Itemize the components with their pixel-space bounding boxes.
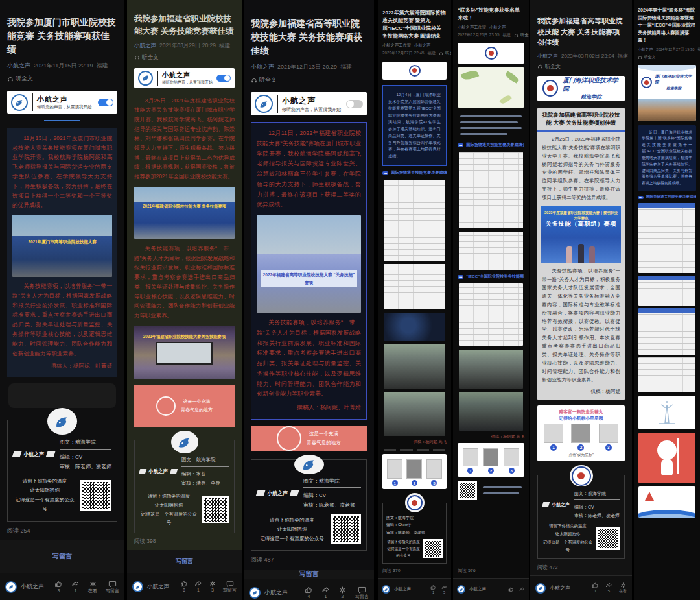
photo-caption-main: 关务技能（高职组）赛项 bbox=[544, 220, 618, 228]
award-ceremony-photo: 2021年福建省职业院校技能大赛关务技能赛项 bbox=[134, 326, 235, 380]
cartoon-mascot bbox=[657, 440, 677, 460]
account-link[interactable]: 小航之声 bbox=[489, 25, 506, 30]
article-7: 2024年第十届“联多杯”海院国际货物通关技能竞赛暨第十一届“IECC”全国职业… bbox=[634, 0, 700, 600]
toolbar-account-name[interactable]: 小航之声 bbox=[394, 586, 411, 592]
person-silhouette bbox=[589, 246, 595, 263]
like-button[interactable]: 3 bbox=[54, 580, 63, 594]
account-link[interactable]: 小航之声 bbox=[638, 47, 653, 53]
wow-button[interactable]: 在看 bbox=[619, 582, 627, 594]
account-avatar[interactable] bbox=[132, 581, 143, 592]
account-link[interactable]: 小航之声 bbox=[134, 42, 156, 50]
wow-flower-icon bbox=[338, 586, 347, 594]
article-body: 3月25日，2021年度福建省职业院校技能大赛关务技能赛项在厦门城市职业学院开赛… bbox=[134, 96, 235, 182]
leaf-decoration bbox=[504, 71, 520, 84]
credit-shenhe: 审核：清导、李导 bbox=[181, 479, 229, 488]
listen-full-text-button[interactable]: 听全文 bbox=[7, 75, 117, 83]
comment-entry-box[interactable]: 写留言 bbox=[0, 540, 124, 573]
share-button[interactable]: 5 bbox=[441, 584, 447, 595]
results-link[interactable]: ••• 国际货物通关技能竞赛决赛成绩公示 bbox=[382, 170, 447, 176]
body-paragraph: 3月25日，2021年度福建省职业院校技能大赛关务技能赛项在厦门城市职业学院开赛… bbox=[134, 96, 235, 182]
headphones-icon bbox=[7, 76, 14, 82]
publish-date: 2021年12月13日 20:29 bbox=[277, 63, 337, 71]
warm-line: 让太阳拥抱你 bbox=[139, 501, 198, 510]
step-number: 3 bbox=[605, 444, 612, 451]
qr-code bbox=[596, 527, 620, 550]
share-button[interactable]: 1 bbox=[71, 580, 80, 594]
write-comment-link[interactable]: 写留言 bbox=[299, 570, 319, 579]
banner-brand: 小航之声 bbox=[162, 71, 213, 80]
comment-button[interactable]: 写留言 bbox=[106, 580, 119, 594]
listen-full-text-button[interactable]: 听全文 bbox=[439, 51, 451, 56]
results-link[interactable]: ••• 国际货物通关技能竞赛决赛成绩公示 bbox=[638, 195, 696, 200]
wow-button[interactable]: 2 bbox=[338, 586, 347, 599]
read-count: 阅读 254 bbox=[7, 522, 117, 540]
campus-photo bbox=[638, 99, 696, 121]
article-6: 我院参加福建省高等职业院校技能 大赛 关务技能赛项创佳绩 小航之声 2023年0… bbox=[530, 0, 632, 600]
toolbar-account-name[interactable]: 小航之声 bbox=[264, 588, 288, 597]
article-2: 我院参加福建省职业院校技能大赛 关务技能竞赛获佳绩 小航之声 2021年03月2… bbox=[127, 0, 242, 600]
step-number: 3 bbox=[509, 468, 515, 474]
listen-full-text-button[interactable]: 听全文 bbox=[638, 54, 696, 60]
wow-button[interactable]: 在看 bbox=[88, 580, 97, 594]
like-button[interactable]: 4 bbox=[305, 586, 313, 599]
warm-line: 记得这是一个有温度的公众号 bbox=[139, 510, 198, 527]
account-avatar[interactable] bbox=[535, 583, 546, 594]
write-comment-link[interactable]: 写留言 bbox=[52, 552, 72, 561]
credit-shenhe: 审核：陈老师、凌老师 bbox=[303, 500, 361, 510]
credits-frame: 小航之声 图文：航海学院 编辑：CV 审核：陈老师、凌老师 请留下你指尖的温度 … bbox=[537, 475, 625, 559]
toolbar-account-name[interactable]: 小航之声 bbox=[147, 583, 169, 591]
like-button[interactable] bbox=[508, 586, 514, 592]
comment-button[interactable]: 写留言 bbox=[355, 586, 369, 599]
divider bbox=[32, 93, 33, 111]
account-link[interactable]: 小航之声 bbox=[537, 53, 558, 60]
follow-toggle[interactable] bbox=[216, 75, 231, 82]
star-guide-card: 123 bbox=[382, 454, 447, 489]
map-graphic bbox=[384, 313, 445, 341]
comment-entry-box[interactable]: 写留言 bbox=[127, 550, 242, 573]
account-avatar[interactable] bbox=[382, 585, 390, 594]
banner-brand: 小航之声 bbox=[37, 95, 92, 104]
results-link[interactable]: ••• “IECC”全国职业院校关务技能网络大赛成绩公示 bbox=[458, 274, 524, 280]
share-button[interactable]: 1 bbox=[321, 586, 330, 599]
pink-caption-line: 青春气息的地方 bbox=[307, 438, 341, 448]
account-link[interactable]: 小航之声 bbox=[414, 43, 430, 49]
flag-shape bbox=[12, 451, 22, 457]
leaf-decoration bbox=[499, 93, 512, 105]
results-link[interactable]: ••• 国际货物通关技能竞赛决赛成绩公示 bbox=[458, 142, 524, 148]
toolbar-account-name[interactable]: 小航之声 bbox=[550, 584, 570, 592]
listen-full-text-button[interactable]: 听全文 bbox=[251, 76, 367, 84]
warm-line: 请留下你指尖的温度 bbox=[13, 477, 76, 486]
account-avatar[interactable] bbox=[457, 585, 465, 594]
share-button[interactable]: 1 bbox=[194, 580, 202, 593]
follow-toggle[interactable] bbox=[346, 100, 363, 108]
step-number: 1 bbox=[550, 444, 557, 451]
comment-entry-box[interactable]: 写留言 bbox=[244, 570, 374, 579]
wow-button[interactable]: 3 bbox=[209, 580, 216, 593]
like-button[interactable]: 1 bbox=[592, 582, 599, 594]
listen-full-text-button[interactable]: 听全文 bbox=[134, 54, 235, 62]
listen-full-text-button[interactable]: 听全文 bbox=[537, 63, 625, 70]
write-comment-link[interactable]: 写留言 bbox=[176, 557, 193, 566]
listen-full-text-button[interactable]: 听全文 bbox=[514, 32, 529, 38]
like-button[interactable]: 8 bbox=[180, 580, 188, 593]
body-paragraph: 12月11日，2022年福建省职业院校技能大赛“关务技能”赛项在厦门城市职业学院… bbox=[257, 128, 361, 210]
warm-line: 记得这是一个有温度的公众号 bbox=[257, 534, 327, 544]
star-guide-card: 赠客官一颗防走丢糖丸 记得给小航标小星星哦 123 点击“设为星标” bbox=[537, 405, 625, 461]
publish-location: 福建 bbox=[698, 47, 700, 53]
share-button[interactable] bbox=[519, 586, 525, 592]
account-avatar[interactable] bbox=[5, 581, 17, 593]
bottom-toolbar: 小航之声 1 5 bbox=[378, 578, 451, 600]
account-link[interactable]: 小航之声 bbox=[7, 62, 30, 70]
divider bbox=[181, 466, 229, 467]
account-link[interactable]: 小航之声 bbox=[251, 63, 274, 71]
toolbar-account-name[interactable]: 小航之声 bbox=[21, 582, 44, 591]
comment-button[interactable]: 写留言 bbox=[223, 580, 237, 593]
toolbar-account-name[interactable]: 小航之声 bbox=[469, 586, 486, 592]
banner-tagline: 倾听您的声音，从置顶我开始 bbox=[162, 80, 213, 86]
account-avatar[interactable] bbox=[249, 587, 261, 599]
mascot-logo bbox=[47, 408, 77, 435]
follow-toggle[interactable] bbox=[98, 99, 113, 106]
body-paragraph: 关务技能赛项，以培养服务“一带一路”关务人才为目标，根据国家发展战略和报关行业前… bbox=[257, 318, 361, 400]
like-button[interactable]: 1 bbox=[430, 584, 436, 595]
share-button[interactable]: 5 bbox=[605, 582, 612, 594]
